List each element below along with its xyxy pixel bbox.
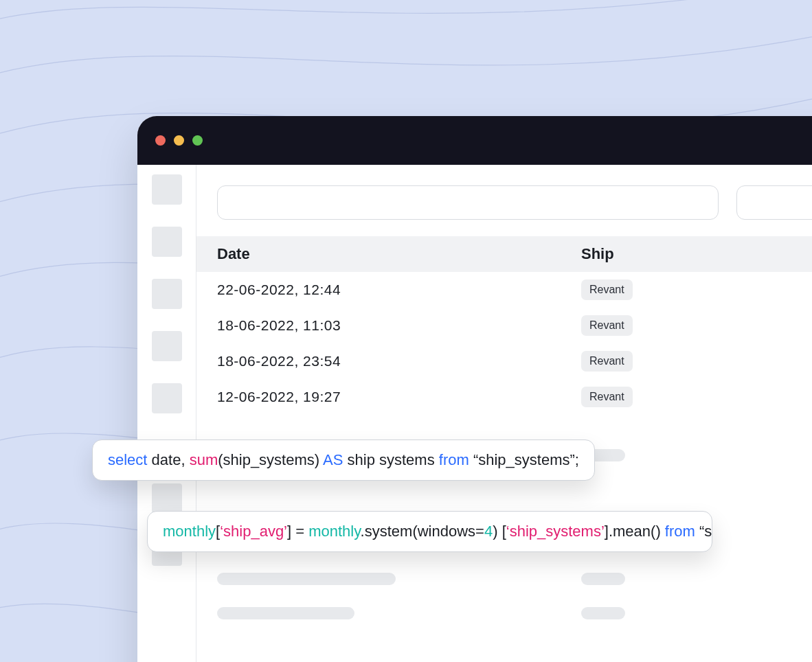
ship-badge: Revant — [581, 279, 633, 300]
app-window: Date Ship 22-06-2022, 12:44 Revant 18-06… — [137, 116, 812, 662]
cell-ship: Revant — [581, 387, 787, 407]
sidebar — [137, 165, 196, 662]
code-token: ‘ship_systems’ — [506, 523, 605, 540]
skeleton-row — [196, 562, 812, 596]
code-bubble-sql: select date, sum(ship_systems) AS ship s… — [92, 440, 595, 481]
code-token: from — [665, 523, 695, 540]
table-header: Date Ship — [196, 236, 812, 272]
code-token: monthly — [163, 523, 216, 540]
cell-date: 18-06-2022, 11:03 — [217, 317, 581, 334]
column-header-ship[interactable]: Ship — [581, 245, 787, 263]
window-minimize-icon[interactable] — [174, 135, 184, 146]
code-token: ].mean() — [605, 523, 665, 540]
toolbar — [196, 165, 812, 236]
search-input[interactable] — [217, 185, 719, 220]
ship-badge: Revant — [581, 351, 633, 372]
window-close-icon[interactable] — [155, 135, 166, 146]
cell-date: 22-06-2022, 12:44 — [217, 282, 581, 298]
skeleton-row — [196, 596, 812, 630]
sidebar-item-placeholder[interactable] — [152, 483, 182, 514]
stage: Date Ship 22-06-2022, 12:44 Revant 18-06… — [0, 0, 812, 662]
code-token: 4 — [484, 523, 493, 540]
code-token: ship systems — [343, 451, 438, 468]
code-token: date, — [147, 451, 189, 468]
code-token: “s — [695, 523, 712, 540]
code-token: sum — [190, 451, 218, 468]
sidebar-item-placeholder[interactable] — [152, 227, 182, 257]
code-token: AS — [323, 451, 343, 468]
table-row[interactable]: 12-06-2022, 19:27 Revant — [196, 379, 812, 415]
skeleton-pill — [217, 607, 354, 619]
table-row[interactable]: 18-06-2022, 23:54 Revant — [196, 343, 812, 379]
skeleton-pill — [217, 573, 396, 585]
app-body: Date Ship 22-06-2022, 12:44 Revant 18-06… — [137, 165, 812, 662]
code-token: monthly — [308, 523, 360, 540]
code-token: ‘ship_avg’ — [220, 523, 287, 540]
code-token: ] = — [287, 523, 308, 540]
code-token: from — [439, 451, 469, 468]
filter-input[interactable] — [736, 185, 812, 220]
ship-badge: Revant — [581, 315, 633, 336]
table-row[interactable]: 22-06-2022, 12:44 Revant — [196, 272, 812, 308]
table-row[interactable]: 18-06-2022, 11:03 Revant — [196, 308, 812, 343]
window-titlebar — [137, 116, 812, 165]
sidebar-item-placeholder[interactable] — [152, 383, 182, 413]
skeleton-pill — [581, 607, 625, 619]
sidebar-item-placeholder[interactable] — [152, 174, 182, 205]
data-table: Date Ship 22-06-2022, 12:44 Revant 18-06… — [196, 236, 812, 630]
cell-ship: Revant — [581, 315, 787, 336]
sidebar-item-placeholder[interactable] — [152, 279, 182, 309]
code-token: select — [108, 451, 147, 468]
skeleton-pill — [581, 573, 625, 585]
code-token: (ship_systems) — [218, 451, 323, 468]
code-bubble-python: monthly[‘ship_avg’] = monthly.system(win… — [147, 511, 712, 552]
ship-badge: Revant — [581, 387, 633, 407]
cell-date: 12-06-2022, 19:27 — [217, 389, 581, 405]
code-token: ) [ — [493, 523, 506, 540]
cell-ship: Revant — [581, 279, 787, 300]
code-token: “ship_systems”; — [469, 451, 579, 468]
cell-date: 18-06-2022, 23:54 — [217, 353, 581, 369]
column-header-date[interactable]: Date — [217, 245, 581, 263]
code-token: .system(windows= — [361, 523, 484, 540]
cell-ship: Revant — [581, 351, 787, 372]
window-zoom-icon[interactable] — [192, 135, 203, 146]
main-panel: Date Ship 22-06-2022, 12:44 Revant 18-06… — [196, 165, 812, 662]
sidebar-item-placeholder[interactable] — [152, 331, 182, 361]
